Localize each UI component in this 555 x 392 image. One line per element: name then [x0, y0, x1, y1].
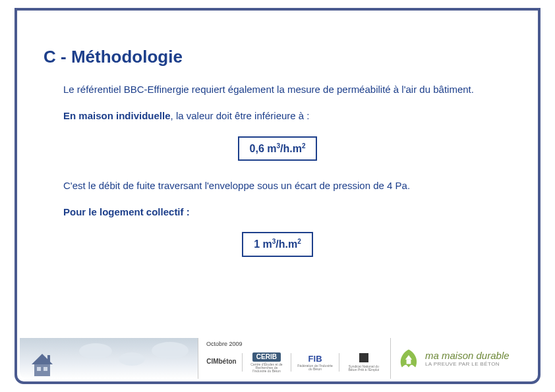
cloud-icon — [79, 343, 112, 359]
slide-content: C - Méthodologie Le référentiel BBC-Effi… — [17, 11, 538, 257]
svg-rect-2 — [37, 367, 41, 371]
value2-mid: /h.m — [276, 239, 297, 250]
value2-sup2: 2 — [297, 238, 301, 245]
logo-cimbeton: CIMbéton — [206, 358, 237, 366]
footer-logos-section: Octobre 2009 CIMbéton CERIB Centre d'Étu… — [198, 338, 390, 379]
logo-snbpe-sub: Syndicat National du Béton Prêt à l'Empl… — [345, 365, 382, 372]
house-context: En maison individuelle, la valeur doit ê… — [63, 109, 511, 123]
footer: Octobre 2009 CIMbéton CERIB Centre d'Étu… — [20, 338, 535, 379]
svg-rect-4 — [47, 355, 50, 362]
divider — [339, 353, 339, 372]
footer-logo-row: CIMbéton CERIB Centre d'Études et de Rec… — [198, 349, 390, 379]
cloud-icon — [119, 352, 145, 366]
value2-pre: 1 m — [254, 239, 272, 250]
explain-paragraph: C'est le débit de fuite traversant l'env… — [63, 179, 511, 192]
svg-rect-6 — [407, 360, 411, 364]
logo-fib-sub: Fédération de l'Industrie du Béton — [297, 364, 334, 371]
collectif-heading: Pour le logement collectif : — [63, 206, 511, 219]
house-context-rest: , la valeur doit être inférieure à : — [171, 110, 310, 121]
house-icon — [28, 351, 57, 378]
svg-rect-3 — [44, 367, 47, 371]
brand-line2: LA PREUVE PAR LE BÉTON — [425, 361, 510, 367]
value1-mid: /h.m — [280, 143, 302, 154]
logo-fib: FIB Fédération de l'Industrie du Béton — [297, 354, 334, 371]
value-box-house: 0,6 m3/h.m2 — [238, 136, 318, 161]
square-icon — [359, 353, 368, 362]
footer-date: Octobre 2009 — [198, 338, 390, 349]
house-context-bold: En maison individuelle — [63, 110, 171, 121]
footer-brand: ma maison durable LA PREUVE PAR LE BÉTON — [390, 338, 535, 379]
logo-snbpe: Syndicat National du Béton Prêt à l'Empl… — [345, 353, 382, 372]
slide-frame: C - Méthodologie Le référentiel BBC-Effi… — [15, 8, 540, 384]
value-box-row-2: 1 m3/h.m2 — [44, 232, 511, 256]
logo-fib-label: FIB — [308, 354, 322, 363]
value-box-collectif: 1 m3/h.m2 — [242, 232, 313, 256]
brand-line1: ma maison durable — [425, 350, 510, 361]
logo-cerib-sub: Centre d'Études et de Recherches de l'In… — [248, 363, 285, 373]
value1-sup2: 2 — [302, 142, 306, 150]
value-box-row-1: 0,6 m3/h.m2 — [44, 136, 511, 161]
brand-text: ma maison durable LA PREUVE PAR LE BÉTON — [425, 350, 510, 367]
intro-paragraph: Le référentiel BBC-Effinergie requiert é… — [63, 83, 511, 96]
logo-cerib: CERIB Centre d'Études et de Recherches d… — [248, 352, 285, 373]
logo-cimbeton-label: CIMbéton — [206, 358, 237, 365]
footer-illustration — [20, 338, 198, 379]
cloud-icon — [152, 342, 189, 359]
leaf-house-icon — [397, 347, 420, 370]
divider — [291, 353, 291, 372]
value1-pre: 0,6 m — [250, 143, 277, 154]
page-title: C - Méthodologie — [44, 47, 511, 67]
divider — [242, 353, 243, 372]
svg-rect-1 — [34, 364, 50, 376]
logo-cerib-label: CERIB — [252, 352, 281, 362]
